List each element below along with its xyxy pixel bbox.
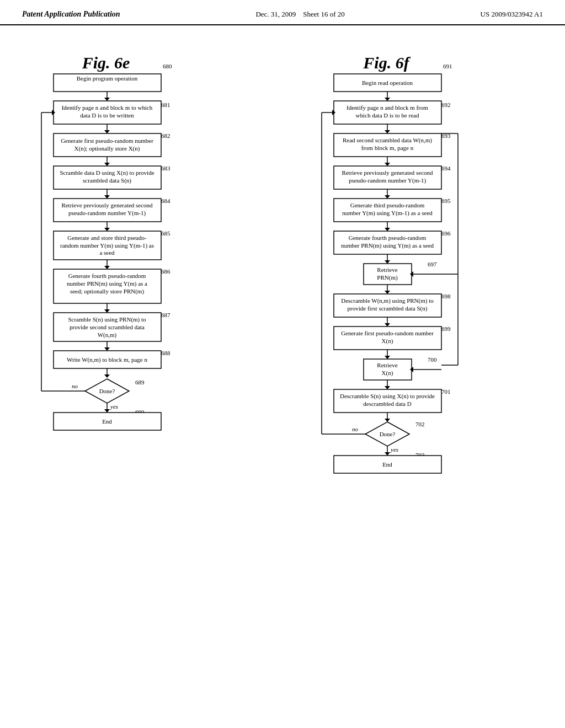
svg-marker-114 bbox=[385, 291, 390, 294]
svg-text:X(n): X(n) bbox=[382, 370, 393, 377]
svg-text:no: no bbox=[352, 426, 359, 432]
page-header: Patent Application Publication Dec. 31, … bbox=[0, 0, 565, 25]
svg-marker-10 bbox=[104, 130, 110, 133]
svg-text:PRN(m): PRN(m) bbox=[377, 274, 398, 281]
svg-text:Generate and store third pseud: Generate and store third pseudo- bbox=[67, 234, 147, 241]
svg-text:Read second scrambled data W(n: Read second scrambled data W(n,m) bbox=[343, 137, 432, 144]
svg-text:seed; optionally store PRN(m): seed; optionally store PRN(m) bbox=[70, 288, 144, 295]
svg-marker-79 bbox=[385, 130, 390, 133]
svg-text:687: 687 bbox=[161, 312, 170, 318]
svg-text:695: 695 bbox=[441, 197, 451, 204]
svg-text:Retrieve previously generated : Retrieve previously generated second bbox=[342, 169, 433, 176]
svg-text:Generate third pseudo-random: Generate third pseudo-random bbox=[350, 202, 425, 208]
svg-text:Generate fourth pseudo-random: Generate fourth pseudo-random bbox=[349, 234, 427, 241]
fig-6f-title: Fig. 6f bbox=[363, 53, 411, 72]
svg-text:no: no bbox=[72, 383, 78, 389]
svg-text:682: 682 bbox=[161, 132, 170, 139]
svg-marker-49 bbox=[104, 347, 110, 351]
svg-text:W(n,m): W(n,m) bbox=[98, 331, 117, 339]
svg-text:a seed: a seed bbox=[99, 249, 115, 256]
svg-marker-152 bbox=[385, 452, 390, 456]
svg-marker-65 bbox=[104, 409, 110, 413]
flowchart-svg: Fig. 6e 680 Begin program operation 681 … bbox=[0, 25, 565, 709]
svg-marker-93 bbox=[385, 195, 390, 199]
svg-text:pseudo-random number Y(m-1): pseudo-random number Y(m-1) bbox=[68, 210, 146, 217]
svg-text:683: 683 bbox=[161, 165, 170, 172]
svg-text:descrambled data D: descrambled data D bbox=[363, 400, 411, 407]
svg-text:Generate fourth pseudo-random: Generate fourth pseudo-random bbox=[68, 272, 146, 279]
svg-text:700: 700 bbox=[428, 356, 437, 363]
svg-marker-126 bbox=[385, 356, 390, 359]
svg-text:Generate first pseudo-random n: Generate first pseudo-random number bbox=[341, 330, 434, 336]
svg-marker-99 bbox=[385, 228, 390, 231]
svg-text:from block m, page n: from block m, page n bbox=[361, 144, 414, 151]
svg-text:X(n): X(n) bbox=[382, 338, 393, 345]
svg-text:Write W(n,m) to block m, page : Write W(n,m) to block m, page n bbox=[67, 356, 147, 363]
svg-text:Done?: Done? bbox=[99, 388, 115, 394]
svg-marker-87 bbox=[385, 163, 390, 166]
svg-text:688: 688 bbox=[161, 350, 170, 356]
svg-text:685: 685 bbox=[161, 230, 170, 237]
svg-text:Begin program operation: Begin program operation bbox=[77, 75, 138, 82]
svg-text:X(n); optionally store X(n): X(n); optionally store X(n) bbox=[74, 145, 140, 152]
svg-marker-120 bbox=[385, 323, 390, 326]
svg-marker-105 bbox=[385, 260, 390, 264]
svg-text:number Y(m) using Y(m-1) as a : number Y(m) using Y(m-1) as a seed bbox=[342, 210, 433, 217]
svg-text:yes: yes bbox=[390, 446, 398, 453]
svg-text:provide second scrambled data: provide second scrambled data bbox=[70, 324, 145, 330]
svg-text:Identify page n and block m to: Identify page n and block m to which bbox=[62, 104, 153, 111]
svg-text:provide first scrambled data S: provide first scrambled data S(n) bbox=[348, 305, 428, 312]
svg-marker-35 bbox=[104, 266, 110, 269]
svg-text:697: 697 bbox=[428, 261, 437, 267]
svg-text:Retrieve: Retrieve bbox=[377, 266, 397, 273]
svg-text:686: 686 bbox=[161, 268, 170, 275]
svg-text:702: 702 bbox=[415, 421, 425, 427]
svg-text:699: 699 bbox=[441, 325, 451, 332]
svg-marker-4 bbox=[104, 98, 110, 101]
fig-6e-title: Fig. 6e bbox=[82, 53, 130, 72]
svg-text:698: 698 bbox=[441, 293, 451, 299]
svg-text:Retrieve previously generated : Retrieve previously generated second bbox=[61, 202, 153, 208]
svg-marker-22 bbox=[104, 195, 110, 199]
svg-text:data D is to be written: data D is to be written bbox=[80, 112, 134, 119]
svg-text:number PRN(m) using Y(m) as a : number PRN(m) using Y(m) as a seed bbox=[341, 242, 434, 249]
svg-marker-28 bbox=[104, 228, 110, 231]
svg-text:random number Y(m) using Y(m-1: random number Y(m) using Y(m-1) as bbox=[60, 242, 154, 249]
svg-marker-141 bbox=[385, 419, 390, 422]
svg-text:Identify page n and block m fr: Identify page n and block m from bbox=[347, 104, 428, 111]
svg-text:scrambled data S(n): scrambled data S(n) bbox=[83, 177, 131, 184]
header-date-sheet: Dec. 31, 2009 Sheet 16 of 20 bbox=[255, 10, 344, 19]
svg-text:692: 692 bbox=[441, 101, 451, 108]
svg-marker-42 bbox=[104, 309, 110, 313]
svg-text:Retrieve: Retrieve bbox=[377, 362, 397, 368]
svg-text:Descramble S(n) using X(n) to : Descramble S(n) using X(n) to provide bbox=[340, 393, 435, 400]
svg-text:which data D is to be read: which data D is to be read bbox=[356, 112, 419, 119]
svg-text:Done?: Done? bbox=[380, 431, 396, 437]
svg-text:684: 684 bbox=[161, 197, 170, 204]
svg-text:681: 681 bbox=[161, 101, 170, 108]
header-publication-type: Patent Application Publication bbox=[22, 10, 120, 19]
svg-text:pseudo-random number Y(m-1): pseudo-random number Y(m-1) bbox=[349, 177, 426, 184]
svg-text:Scramble data D using X(n) to : Scramble data D using X(n) to provide bbox=[60, 169, 154, 176]
svg-text:Scramble S(n) using PRN(m) to: Scramble S(n) using PRN(m) to bbox=[68, 316, 146, 323]
svg-text:701: 701 bbox=[441, 388, 451, 395]
svg-marker-73 bbox=[385, 98, 390, 101]
svg-text:number PRN(m) using Y(m) as a: number PRN(m) using Y(m) as a bbox=[67, 280, 147, 287]
svg-marker-16 bbox=[104, 163, 110, 166]
svg-text:680: 680 bbox=[163, 63, 172, 69]
svg-text:691: 691 bbox=[443, 63, 452, 69]
svg-text:689: 689 bbox=[135, 379, 145, 386]
svg-text:696: 696 bbox=[441, 230, 451, 237]
svg-text:End: End bbox=[382, 461, 392, 468]
svg-text:Generate first pseudo-random n: Generate first pseudo-random number bbox=[61, 137, 153, 144]
svg-marker-54 bbox=[104, 374, 110, 378]
svg-marker-135 bbox=[385, 386, 390, 389]
svg-text:Descramble W(n,m) using PRN(m): Descramble W(n,m) using PRN(m) to bbox=[341, 297, 434, 304]
svg-text:Begin read operation: Begin read operation bbox=[362, 79, 413, 86]
header-patent-number: US 2009/0323942 A1 bbox=[481, 10, 543, 19]
svg-text:End: End bbox=[102, 418, 112, 425]
svg-text:yes: yes bbox=[110, 403, 118, 410]
svg-text:694: 694 bbox=[441, 165, 451, 172]
